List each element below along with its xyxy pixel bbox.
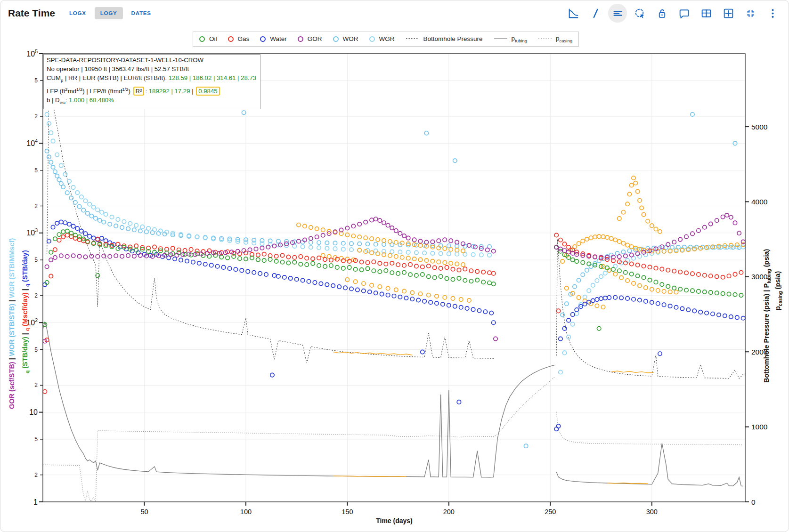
legend-marker <box>406 35 420 42</box>
mode-buttons: LOGXLOGYDATES <box>64 7 157 19</box>
chart-toolbar <box>564 4 782 23</box>
svg-text:5: 5 <box>34 167 38 174</box>
legend-item-water[interactable]: Water <box>260 35 287 42</box>
svg-text:103: 103 <box>26 227 38 237</box>
draw-line-icon[interactable] <box>586 4 605 23</box>
legend-marker <box>538 35 552 42</box>
legend-label: Water <box>270 35 287 42</box>
legend: OilGasWaterGORWORWGRBottomhole Pressurep… <box>193 32 579 47</box>
svg-text:100: 100 <box>240 508 252 516</box>
legend-label: pcasing <box>556 35 572 43</box>
line-orange-seg <box>333 352 412 355</box>
legend-item-gor[interactable]: GOR <box>298 35 322 42</box>
x-axis-title: Time (days) <box>376 517 413 524</box>
comment-icon[interactable] <box>675 4 693 23</box>
annotation-box: SPE-DATA-REPOSITORY-DATASET-1-WELL-10-CR… <box>43 54 260 109</box>
annotation-line: SPE-DATA-REPOSITORY-DATASET-1-WELL-10-CR… <box>47 56 256 64</box>
pressure-lines <box>43 89 743 501</box>
svg-text:4000: 4000 <box>751 198 768 206</box>
line-ptubing <box>556 443 743 486</box>
line-pcasing <box>556 412 743 445</box>
line-orange-seg <box>611 371 654 373</box>
legend-item-wor[interactable]: WOR <box>333 35 358 42</box>
legend-label: WOR <box>343 35 358 42</box>
annotation-line: No operator | 10950 ft | 3563.47 lbs/ft … <box>47 64 256 73</box>
legend-label: Bottomhole Pressure <box>423 35 483 42</box>
annotation-line: b | Desi: 1.000 | 68.480% <box>47 96 256 107</box>
lock-open-icon[interactable] <box>652 4 671 23</box>
collapse-icon[interactable] <box>741 4 760 23</box>
series-wgr <box>45 113 745 374</box>
annotation-line: LFP (ft2md1/2) | LFP/ft (ftmd1/2) R²: 18… <box>47 85 256 96</box>
svg-text:250: 250 <box>545 508 556 516</box>
svg-text:5: 5 <box>34 257 38 263</box>
table-icon[interactable] <box>697 4 716 23</box>
highlighted-value[interactable]: R² <box>133 87 145 96</box>
page-title: Rate Time <box>8 8 55 19</box>
fit-screen-icon[interactable] <box>719 4 738 23</box>
svg-text:50: 50 <box>140 508 148 516</box>
legend-marker <box>333 36 339 42</box>
annotation-line: CUMp | RR | EUR (MSTB) | EUR/ft (STB/ft)… <box>47 73 256 85</box>
svg-text:2: 2 <box>34 113 38 120</box>
svg-text:2: 2 <box>34 203 38 210</box>
svg-text:300: 300 <box>646 508 658 516</box>
legend-marker <box>199 36 205 42</box>
legend-item-bottomhole-pressure[interactable]: Bottomhole Pressure <box>406 35 483 42</box>
legend-label: Oil <box>209 35 217 42</box>
gridlines <box>43 54 745 502</box>
legend-marker <box>494 35 508 42</box>
svg-text:5: 5 <box>34 77 38 84</box>
svg-text:1000: 1000 <box>751 423 768 431</box>
legend-marker <box>298 36 303 42</box>
svg-text:104: 104 <box>26 138 38 147</box>
decline-plot-icon[interactable] <box>564 4 583 23</box>
line-orange-seg <box>333 476 406 477</box>
legend-marker <box>369 36 375 42</box>
legend-label: GOR <box>308 35 322 42</box>
legend-label: Gas <box>238 35 250 42</box>
svg-text:2: 2 <box>34 292 38 299</box>
svg-text:10: 10 <box>29 408 38 416</box>
right-axis-title-casing: pcasing (psia) <box>774 271 783 310</box>
svg-text:150: 150 <box>342 508 353 516</box>
svg-text:200: 200 <box>443 508 455 516</box>
right-axis-title-pressure: Bottomhole Pressure (psia) | Ptubing (ps… <box>763 249 772 383</box>
mode-button-logx[interactable]: LOGX <box>64 7 92 19</box>
legend-marker <box>260 36 266 42</box>
svg-text:105: 105 <box>26 48 38 58</box>
plot-border <box>43 54 745 502</box>
axis-ticks: 1055210452103521025210521010002000300040… <box>26 48 768 516</box>
legend-marker <box>228 36 234 42</box>
svg-text:5000: 5000 <box>751 123 768 131</box>
left-axis-title-ratios: GOR (scf/STB) | WOR (STB/STB) | WGR (STB… <box>8 238 16 409</box>
rate-time-page: 1055210452103521025210521010002000300040… <box>0 0 789 532</box>
more-vertical-icon[interactable] <box>763 4 782 23</box>
left-axis-title-rates: q (STB/day) | q (Mscf/day) | q (STB/day) <box>21 250 30 373</box>
svg-text:0: 0 <box>751 498 756 506</box>
mode-button-dates[interactable]: DATES <box>126 7 157 19</box>
legend-item-pcasing[interactable]: pcasing <box>538 35 572 43</box>
series-wor <box>45 111 741 448</box>
svg-text:2: 2 <box>34 472 38 478</box>
header: Rate Time LOGXLOGYDATES <box>0 0 789 26</box>
svg-text:5: 5 <box>34 436 38 443</box>
lasso-select-icon[interactable] <box>630 4 649 23</box>
svg-text:5: 5 <box>34 347 38 353</box>
mode-button-logy[interactable]: LOGY <box>95 7 123 19</box>
legend-label: ptubing <box>512 35 527 43</box>
svg-text:1: 1 <box>33 498 38 506</box>
legend-item-oil[interactable]: Oil <box>199 35 217 42</box>
legend-item-gas[interactable]: Gas <box>228 35 250 42</box>
svg-text:2: 2 <box>34 382 38 388</box>
list-lines-icon[interactable] <box>608 4 627 23</box>
legend-label: WGR <box>379 35 395 42</box>
legend-item-wgr[interactable]: WGR <box>369 35 395 42</box>
highlighted-value[interactable]: 0.9845 <box>196 87 220 96</box>
line-orange-seg <box>607 483 648 484</box>
line-ptubing <box>43 322 554 477</box>
legend-item-ptubing[interactable]: ptubing <box>494 35 527 43</box>
series-oil <box>43 229 743 330</box>
